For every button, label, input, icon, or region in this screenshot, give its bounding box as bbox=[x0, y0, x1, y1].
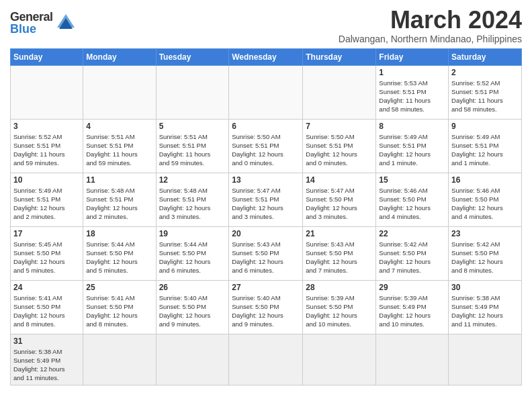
weekday-header-monday: Monday bbox=[83, 48, 156, 65]
day-info: Sunrise: 5:38 AM Sunset: 5:49 PM Dayligh… bbox=[451, 293, 519, 329]
calendar-cell: 20Sunrise: 5:43 AM Sunset: 5:50 PM Dayli… bbox=[229, 226, 303, 280]
calendar-week-2: 3Sunrise: 5:52 AM Sunset: 5:51 PM Daylig… bbox=[11, 119, 522, 173]
weekday-header-sunday: Sunday bbox=[11, 48, 83, 65]
calendar-cell: 29Sunrise: 5:39 AM Sunset: 5:49 PM Dayli… bbox=[376, 280, 449, 334]
calendar-cell: 14Sunrise: 5:47 AM Sunset: 5:50 PM Dayli… bbox=[303, 173, 376, 226]
calendar-cell: 13Sunrise: 5:47 AM Sunset: 5:51 PM Dayli… bbox=[229, 173, 303, 226]
calendar-cell: 1Sunrise: 5:53 AM Sunset: 5:51 PM Daylig… bbox=[376, 65, 449, 119]
day-info: Sunrise: 5:48 AM Sunset: 5:51 PM Dayligh… bbox=[86, 186, 152, 222]
logo-blue: Blue bbox=[10, 23, 53, 35]
day-info: Sunrise: 5:40 AM Sunset: 5:50 PM Dayligh… bbox=[159, 293, 226, 329]
calendar-cell: 2Sunrise: 5:52 AM Sunset: 5:51 PM Daylig… bbox=[449, 65, 522, 119]
calendar-cell: 6Sunrise: 5:50 AM Sunset: 5:51 PM Daylig… bbox=[229, 119, 303, 173]
calendar-cell bbox=[229, 334, 303, 385]
day-number: 11 bbox=[86, 175, 152, 185]
day-number: 23 bbox=[451, 229, 519, 238]
title-area: March 2024 Dalwangan, Northern Mindanao,… bbox=[339, 7, 522, 44]
weekday-header-friday: Friday bbox=[376, 48, 449, 65]
calendar-cell bbox=[156, 65, 229, 119]
calendar-cell: 27Sunrise: 5:40 AM Sunset: 5:50 PM Dayli… bbox=[229, 280, 303, 334]
day-number: 2 bbox=[451, 68, 519, 77]
calendar-week-1: 1Sunrise: 5:53 AM Sunset: 5:51 PM Daylig… bbox=[11, 65, 522, 119]
day-info: Sunrise: 5:47 AM Sunset: 5:51 PM Dayligh… bbox=[232, 186, 300, 222]
day-info: Sunrise: 5:38 AM Sunset: 5:49 PM Dayligh… bbox=[13, 347, 80, 383]
calendar-week-5: 24Sunrise: 5:41 AM Sunset: 5:50 PM Dayli… bbox=[11, 280, 522, 334]
calendar-cell: 31Sunrise: 5:38 AM Sunset: 5:49 PM Dayli… bbox=[11, 334, 83, 385]
day-number: 7 bbox=[306, 122, 373, 131]
day-number: 12 bbox=[159, 175, 226, 185]
day-number: 9 bbox=[451, 122, 519, 131]
weekday-header-saturday: Saturday bbox=[449, 48, 522, 65]
calendar-cell: 22Sunrise: 5:42 AM Sunset: 5:50 PM Dayli… bbox=[376, 226, 449, 280]
day-number: 13 bbox=[232, 175, 300, 185]
calendar-cell bbox=[156, 334, 229, 385]
calendar-cell: 15Sunrise: 5:46 AM Sunset: 5:50 PM Dayli… bbox=[376, 173, 449, 226]
day-number: 19 bbox=[159, 229, 226, 238]
calendar-cell: 23Sunrise: 5:42 AM Sunset: 5:50 PM Dayli… bbox=[449, 226, 522, 280]
day-info: Sunrise: 5:45 AM Sunset: 5:50 PM Dayligh… bbox=[13, 240, 80, 275]
day-info: Sunrise: 5:51 AM Sunset: 5:51 PM Dayligh… bbox=[86, 132, 152, 168]
day-number: 27 bbox=[232, 283, 300, 292]
calendar-week-6: 31Sunrise: 5:38 AM Sunset: 5:49 PM Dayli… bbox=[11, 334, 522, 385]
calendar-cell: 18Sunrise: 5:44 AM Sunset: 5:50 PM Dayli… bbox=[83, 226, 156, 280]
calendar-table: SundayMondayTuesdayWednesdayThursdayFrid… bbox=[10, 48, 522, 385]
calendar-cell: 21Sunrise: 5:43 AM Sunset: 5:50 PM Dayli… bbox=[303, 226, 376, 280]
day-info: Sunrise: 5:53 AM Sunset: 5:51 PM Dayligh… bbox=[379, 79, 445, 114]
weekday-header-wednesday: Wednesday bbox=[229, 48, 303, 65]
calendar-cell bbox=[11, 65, 83, 119]
day-number: 1 bbox=[379, 68, 445, 77]
day-info: Sunrise: 5:41 AM Sunset: 5:50 PM Dayligh… bbox=[13, 293, 80, 329]
calendar-cell: 25Sunrise: 5:41 AM Sunset: 5:50 PM Dayli… bbox=[83, 280, 156, 334]
day-info: Sunrise: 5:50 AM Sunset: 5:51 PM Dayligh… bbox=[306, 132, 373, 168]
calendar-cell: 3Sunrise: 5:52 AM Sunset: 5:51 PM Daylig… bbox=[11, 119, 83, 173]
day-number: 17 bbox=[13, 229, 80, 238]
calendar-cell bbox=[449, 334, 522, 385]
day-info: Sunrise: 5:47 AM Sunset: 5:50 PM Dayligh… bbox=[306, 186, 373, 222]
day-info: Sunrise: 5:49 AM Sunset: 5:51 PM Dayligh… bbox=[379, 132, 445, 168]
weekday-header-thursday: Thursday bbox=[303, 48, 376, 65]
calendar-cell: 12Sunrise: 5:48 AM Sunset: 5:51 PM Dayli… bbox=[156, 173, 229, 226]
day-info: Sunrise: 5:44 AM Sunset: 5:50 PM Dayligh… bbox=[86, 240, 152, 275]
day-info: Sunrise: 5:42 AM Sunset: 5:50 PM Dayligh… bbox=[379, 240, 445, 275]
day-number: 10 bbox=[13, 175, 80, 185]
day-number: 5 bbox=[159, 122, 226, 131]
day-info: Sunrise: 5:43 AM Sunset: 5:50 PM Dayligh… bbox=[306, 240, 373, 275]
day-info: Sunrise: 5:41 AM Sunset: 5:50 PM Dayligh… bbox=[86, 293, 152, 329]
calendar-cell bbox=[376, 334, 449, 385]
calendar-cell: 19Sunrise: 5:44 AM Sunset: 5:50 PM Dayli… bbox=[156, 226, 229, 280]
day-info: Sunrise: 5:46 AM Sunset: 5:50 PM Dayligh… bbox=[379, 186, 445, 222]
day-number: 14 bbox=[306, 175, 373, 185]
day-number: 3 bbox=[13, 122, 80, 131]
day-number: 26 bbox=[159, 283, 226, 292]
day-number: 15 bbox=[379, 175, 445, 185]
day-number: 22 bbox=[379, 229, 445, 238]
calendar-cell: 28Sunrise: 5:39 AM Sunset: 5:50 PM Dayli… bbox=[303, 280, 376, 334]
calendar-cell: 17Sunrise: 5:45 AM Sunset: 5:50 PM Dayli… bbox=[11, 226, 83, 280]
calendar-cell: 30Sunrise: 5:38 AM Sunset: 5:49 PM Dayli… bbox=[449, 280, 522, 334]
day-info: Sunrise: 5:51 AM Sunset: 5:51 PM Dayligh… bbox=[159, 132, 226, 168]
calendar-cell: 10Sunrise: 5:49 AM Sunset: 5:51 PM Dayli… bbox=[11, 173, 83, 226]
day-number: 20 bbox=[232, 229, 300, 238]
calendar-cell: 9Sunrise: 5:49 AM Sunset: 5:51 PM Daylig… bbox=[449, 119, 522, 173]
day-number: 24 bbox=[13, 283, 80, 292]
day-number: 8 bbox=[379, 122, 445, 131]
day-number: 21 bbox=[306, 229, 373, 238]
calendar-cell bbox=[303, 65, 376, 119]
day-info: Sunrise: 5:52 AM Sunset: 5:51 PM Dayligh… bbox=[13, 132, 80, 168]
calendar-cell: 5Sunrise: 5:51 AM Sunset: 5:51 PM Daylig… bbox=[156, 119, 229, 173]
logo-general: General bbox=[10, 11, 53, 23]
calendar-cell bbox=[229, 65, 303, 119]
logo-icon bbox=[56, 13, 76, 33]
day-number: 18 bbox=[86, 229, 152, 238]
day-info: Sunrise: 5:42 AM Sunset: 5:50 PM Dayligh… bbox=[451, 240, 519, 275]
day-number: 30 bbox=[451, 283, 519, 292]
day-info: Sunrise: 5:40 AM Sunset: 5:50 PM Dayligh… bbox=[232, 293, 300, 329]
calendar-cell: 11Sunrise: 5:48 AM Sunset: 5:51 PM Dayli… bbox=[83, 173, 156, 226]
day-info: Sunrise: 5:39 AM Sunset: 5:50 PM Dayligh… bbox=[306, 293, 373, 329]
day-number: 29 bbox=[379, 283, 445, 292]
calendar-cell bbox=[83, 334, 156, 385]
calendar-cell: 7Sunrise: 5:50 AM Sunset: 5:51 PM Daylig… bbox=[303, 119, 376, 173]
day-number: 6 bbox=[232, 122, 300, 131]
day-info: Sunrise: 5:39 AM Sunset: 5:49 PM Dayligh… bbox=[379, 293, 445, 329]
day-info: Sunrise: 5:50 AM Sunset: 5:51 PM Dayligh… bbox=[232, 132, 300, 168]
